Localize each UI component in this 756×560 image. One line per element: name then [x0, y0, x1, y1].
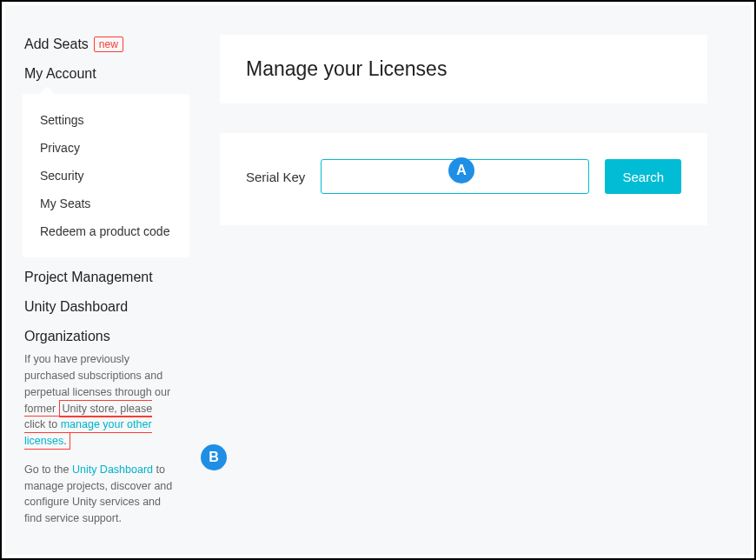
nav-add-seats-label: Add Seats [24, 37, 89, 52]
my-account-submenu: Settings Privacy Security My Seats Redee… [23, 94, 189, 257]
callout-a: A [448, 157, 474, 183]
nav-project-management[interactable]: Project Management [24, 263, 192, 292]
subnav-security[interactable]: Security [40, 162, 189, 190]
helper-p2-pre: Go to the [24, 463, 72, 476]
serial-key-label: Serial Key [246, 170, 305, 184]
nav-unity-dashboard[interactable]: Unity Dashboard [24, 292, 192, 322]
subnav-my-seats[interactable]: My Seats [40, 190, 189, 217]
link-unity-dashboard[interactable]: Unity Dashboard [72, 463, 153, 476]
subnav-redeem-code[interactable]: Redeem a product code [40, 217, 189, 245]
helper-text: If you have previously purchased subscri… [24, 351, 192, 558]
helper-p1-post: . [63, 435, 66, 447]
sidebar: Add Seats new My Account Settings Privac… [5, 5, 192, 555]
search-button[interactable]: Search [605, 159, 681, 194]
subnav-privacy[interactable]: Privacy [40, 134, 189, 162]
nav-add-seats[interactable]: Add Seats new [24, 30, 192, 59]
new-badge: new [94, 37, 123, 52]
callout-b: B [201, 444, 227, 470]
page-title: Manage your Licenses [246, 57, 681, 81]
nav-my-account[interactable]: My Account [24, 59, 192, 89]
nav-organizations[interactable]: Organizations [24, 322, 192, 351]
main-content: Manage your Licenses Serial Key Search [192, 5, 751, 555]
subnav-settings[interactable]: Settings [40, 106, 189, 134]
title-card: Manage your Licenses [220, 35, 707, 103]
